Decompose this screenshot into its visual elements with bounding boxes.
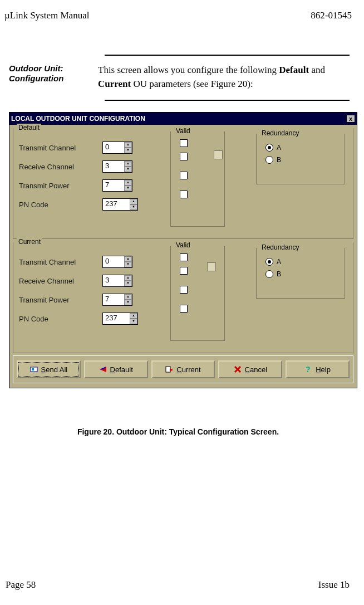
spinner-buttons[interactable]: ▲▼ — [124, 161, 132, 172]
spinner-buttons[interactable]: ▲▼ — [130, 313, 137, 324]
body-tail: OU parameters (see Figure 20): — [131, 79, 253, 89]
radio-b-label: B — [277, 156, 281, 164]
default-label: Default — [110, 365, 133, 374]
label-transmit-power: Transmit Power — [19, 296, 102, 304]
svg-rect-1 — [32, 368, 34, 370]
radio-a[interactable] — [265, 144, 273, 152]
default-valid-check-4[interactable] — [180, 191, 188, 198]
label-transmit-channel: Transmit Channel — [19, 258, 102, 266]
rule-bottom — [105, 100, 350, 101]
titlebar: LOCAL OUTDOOR UNIT CONFIGURATION x — [9, 113, 357, 125]
radio-a-label: A — [277, 258, 281, 266]
default-valid-check-2[interactable] — [180, 153, 188, 160]
default-frame-title: Default — [17, 124, 41, 131]
spinner-buttons[interactable]: ▲▼ — [124, 256, 132, 267]
spinner-buttons[interactable]: ▲▼ — [130, 199, 137, 210]
svg-marker-5 — [170, 368, 173, 372]
button-bar: SSend Allend All Default Current — [13, 355, 353, 383]
spinner-buttons[interactable]: ▲▼ — [124, 294, 132, 305]
spinner-value: 3 — [103, 275, 124, 286]
cancel-icon — [234, 365, 242, 373]
body-line: This screen allows you configure the fol… — [98, 65, 279, 75]
label-pn-code: PN Code — [19, 315, 102, 323]
spinner-buttons[interactable]: ▲▼ — [124, 180, 132, 191]
default-button[interactable]: Default — [84, 360, 148, 378]
svg-text:?: ? — [306, 365, 311, 373]
redundancy-a-row[interactable]: A — [265, 256, 336, 268]
valid-title: Valid — [174, 241, 192, 249]
current-receive-channel-spinner[interactable]: 3 ▲▼ — [102, 275, 132, 287]
spinner-value: 0 — [103, 142, 124, 153]
redundancy-a-row[interactable]: A — [265, 142, 336, 154]
help-button[interactable]: ? Help — [286, 360, 350, 378]
svg-rect-4 — [166, 367, 170, 372]
current-icon — [165, 365, 173, 373]
default-redundancy-frame: Redundancy A B — [256, 134, 345, 184]
current-valid-check-1[interactable] — [180, 253, 188, 261]
header-left: µLink System Manual — [4, 10, 89, 21]
spinner-value: 237 — [103, 313, 130, 324]
current-transmit-channel-spinner[interactable]: 0 ▲▼ — [102, 256, 132, 268]
redundancy-title: Redundancy — [260, 243, 301, 251]
default-pn-code-spinner[interactable]: 237 ▲▼ — [102, 198, 138, 211]
redundancy-title: Redundancy — [260, 129, 301, 137]
margin-title: Outdoor Unit: Configuration — [9, 64, 98, 91]
current-frame: Current Transmit Channel 0 ▲▼ Receive Ch… — [13, 242, 353, 353]
current-valid-check-3[interactable] — [180, 286, 188, 294]
body-paragraph: This screen allows you configure the fol… — [98, 64, 352, 91]
default-transmit-channel-spinner[interactable]: 0 ▲▼ — [102, 142, 132, 154]
radio-b[interactable] — [265, 156, 273, 164]
spinner-value: 237 — [103, 199, 130, 210]
default-valid-frame: Valid — [170, 131, 225, 227]
redundancy-b-row[interactable]: B — [265, 268, 336, 280]
default-receive-channel-spinner[interactable]: 3 ▲▼ — [102, 160, 132, 173]
label-transmit-power: Transmit Power — [19, 182, 102, 190]
send-all-button[interactable]: SSend Allend All — [17, 360, 81, 378]
current-valid-frame: Valid — [170, 246, 225, 341]
current-valid-check-2[interactable] — [180, 267, 188, 275]
default-valid-check-1[interactable] — [180, 139, 188, 147]
spinner-value: 7 — [103, 294, 124, 305]
close-icon[interactable]: x — [346, 115, 355, 123]
current-redundancy-frame: Redundancy A B — [256, 248, 345, 299]
radio-a[interactable] — [265, 258, 273, 266]
rule-top — [105, 55, 350, 56]
radio-b-label: B — [277, 270, 281, 278]
body-mid: and — [309, 65, 325, 75]
dialog-title: LOCAL OUTDOOR UNIT CONFIGURATION — [11, 115, 145, 123]
stray-box — [214, 150, 223, 159]
current-transmit-power-spinner[interactable]: 7 ▲▼ — [102, 294, 132, 306]
default-transmit-power-spinner[interactable]: 7 ▲▼ — [102, 179, 132, 192]
default-valid-check-3[interactable] — [180, 172, 188, 179]
spinner-value: 7 — [103, 180, 124, 191]
header-right: 862-01545 — [311, 10, 352, 21]
send-all-icon — [30, 365, 38, 373]
spinner-buttons[interactable]: ▲▼ — [124, 142, 132, 153]
stray-box — [207, 262, 216, 271]
default-frame: Default Transmit Channel 0 ▲▼ Receive Ch… — [13, 128, 353, 239]
cancel-label: Cancel — [245, 365, 267, 374]
footer-right: Issue 1b — [318, 579, 350, 591]
redundancy-b-row[interactable]: B — [265, 154, 336, 166]
label-transmit-channel: Transmit Channel — [19, 144, 102, 152]
current-button[interactable]: Current — [151, 360, 215, 378]
radio-b[interactable] — [265, 270, 273, 278]
current-pn-code-spinner[interactable]: 237 ▲▼ — [102, 313, 138, 325]
help-label: Help — [316, 365, 331, 374]
config-dialog: LOCAL OUTDOOR UNIT CONFIGURATION x Defau… — [9, 112, 357, 388]
current-valid-check-4[interactable] — [180, 305, 188, 313]
label-receive-channel: Receive Channel — [19, 163, 102, 171]
footer-left: Page 58 — [6, 579, 36, 591]
send-all-label: SSend Allend All — [41, 365, 68, 374]
help-icon: ? — [304, 365, 312, 373]
label-receive-channel: Receive Channel — [19, 277, 102, 285]
default-icon — [99, 365, 107, 373]
label-pn-code: PN Code — [19, 201, 102, 209]
spinner-value: 0 — [103, 256, 124, 267]
spinner-buttons[interactable]: ▲▼ — [124, 275, 132, 286]
spinner-value: 3 — [103, 161, 124, 172]
radio-a-label: A — [277, 144, 281, 152]
figure-caption: Figure 20. Outdoor Unit: Typical Configu… — [4, 427, 352, 436]
cancel-button[interactable]: Cancel — [218, 360, 282, 378]
current-frame-title: Current — [17, 238, 42, 246]
